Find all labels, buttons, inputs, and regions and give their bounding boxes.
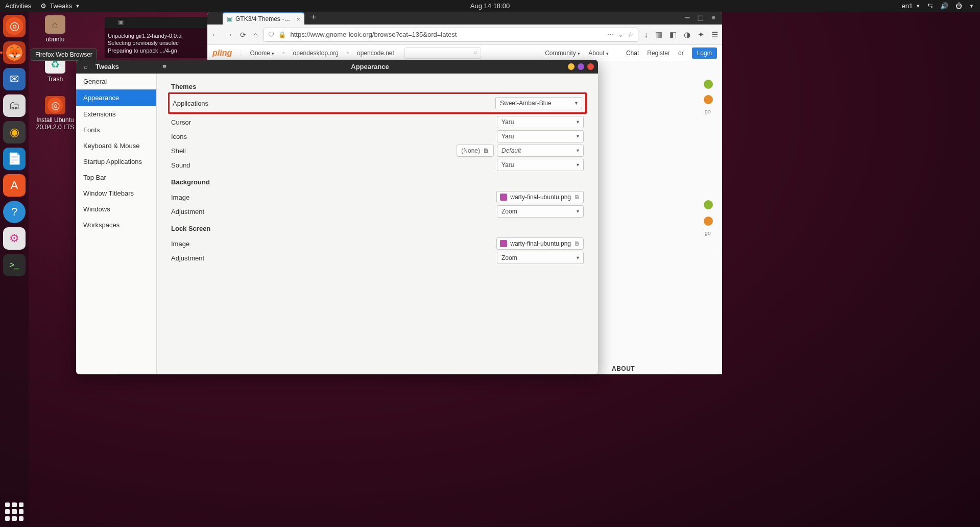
dropdown-value: Yaru [501, 118, 514, 126]
window-maximize-icon[interactable]: ◻ [697, 13, 704, 22]
menu-icon[interactable]: ☰ [711, 30, 718, 39]
dock-thunderbird-icon[interactable]: ✉ [3, 68, 26, 90]
url-text: https://www.gnome-look.org/browse?cat=13… [290, 31, 457, 38]
search-icon[interactable]: ⌕ [76, 63, 95, 70]
pocket-icon[interactable]: ⌄ [618, 31, 624, 38]
dock-help-icon[interactable]: ? [3, 201, 26, 223]
row-label-cursor: Cursor [171, 118, 497, 126]
power-icon[interactable]: ⏻ [955, 2, 962, 10]
sidebar-item-startup[interactable]: Startup Applications [76, 154, 156, 170]
dock-software-icon[interactable]: A [3, 174, 26, 197]
chevron-down-icon: ▼ [576, 119, 580, 125]
tweaks-sidebar: General Appearance Extensions Fonts Keyb… [76, 74, 157, 374]
url-bar[interactable]: 🛡 🔒 https://www.gnome-look.org/browse?ca… [264, 28, 638, 42]
sidebar-item-windows[interactable]: Windows [76, 201, 156, 217]
icons-theme-dropdown[interactable]: Yaru▼ [497, 130, 584, 142]
applications-theme-dropdown[interactable]: Sweet-Ambar-Blue▼ [495, 97, 582, 109]
window-minimize-icon[interactable] [568, 63, 575, 70]
extension-icon[interactable]: ✦ [698, 30, 704, 39]
language-indicator[interactable]: en1 ▼ [901, 2, 920, 10]
dock-app-grid-icon[interactable] [5, 502, 23, 521]
sidebar-item-keyboard[interactable]: Keyboard & Mouse [76, 138, 156, 154]
about-section: ABOUT About [612, 365, 714, 374]
row-label-applications: Applications [173, 100, 495, 107]
dropdown-value: Default [501, 147, 521, 154]
forward-icon[interactable]: → [226, 31, 233, 39]
dock-ubuntu-icon[interactable]: ◎ [3, 15, 26, 37]
dock-tweaks-icon[interactable]: ⚙ [3, 227, 26, 250]
site-menu-community[interactable]: Community ▾ [545, 50, 580, 57]
dock-terminal-icon[interactable]: >_ [3, 254, 26, 276]
site-login-button[interactable]: Login [692, 47, 717, 59]
bookmark-star-icon[interactable]: ☆ [628, 31, 634, 38]
extension-icon[interactable]: ◑ [684, 30, 690, 39]
cursor-theme-dropdown[interactable]: Yaru▼ [497, 116, 584, 128]
new-tab-button[interactable]: ＋ [309, 12, 318, 22]
browser-tab[interactable]: ▣ GTK3/4 Themes - Gnome × [223, 12, 304, 25]
topbar-app-menu[interactable]: ⚙ Tweaks ▼ [40, 2, 80, 10]
background-adjustment-dropdown[interactable]: Zoom▼ [497, 205, 584, 218]
image-thumb-icon [500, 194, 507, 201]
dock-files-icon[interactable]: 🗂 [3, 94, 26, 117]
sidebar-item-workspaces[interactable]: Workspaces [76, 217, 156, 233]
site-register-link[interactable]: Register [647, 50, 670, 57]
dropdown-value: Yaru [501, 133, 514, 140]
chevron-down-icon: ▼ [576, 134, 580, 139]
lockscreen-adjustment-dropdown[interactable]: Zoom▼ [497, 252, 584, 264]
site-menu-gnome[interactable]: Gnome ▾ [250, 50, 275, 57]
shell-file-button[interactable]: (None)🗎 [457, 145, 494, 157]
chevron-down-icon: ▼ [75, 4, 80, 9]
lockscreen-image-button[interactable]: warty-final-ubuntu.png🗎 [496, 237, 584, 250]
pling-logo[interactable]: pling [212, 49, 232, 58]
sidebar-icon[interactable]: ◧ [670, 30, 677, 39]
tab-close-icon[interactable]: × [296, 15, 300, 23]
hamburger-icon[interactable]: ≡ [157, 63, 172, 70]
downloads-icon[interactable]: ↓ [644, 30, 649, 39]
desktop-install-icon[interactable]: ◎Install Ubuntu 20.04.2.0 LTS [35, 96, 76, 131]
window-close-icon[interactable] [587, 63, 594, 70]
library-icon[interactable]: ▥ [655, 30, 662, 39]
background-image-button[interactable]: warty-final-ubuntu.png🗎 [496, 191, 584, 203]
chevron-down-icon: ▼ [916, 4, 920, 9]
clock[interactable]: Aug 14 18:00 [470, 2, 510, 10]
dock-rhythmbox-icon[interactable]: ◉ [3, 121, 26, 143]
reload-icon[interactable]: ⟳ [240, 31, 246, 39]
dropdown-value: Zoom [501, 254, 517, 261]
sidebar-item-general[interactable]: General [76, 74, 156, 89]
section-themes: Themes [171, 83, 584, 90]
desktop-home-label: ubuntu [35, 36, 76, 43]
site-search-input[interactable] [404, 47, 481, 59]
file-name: warty-final-ubuntu.png [510, 194, 571, 201]
system-menu-chevron-icon[interactable]: ▼ [969, 4, 974, 9]
desktop-home-icon[interactable]: ⌂ubuntu [35, 15, 76, 43]
site-favicon-icon: ▣ [227, 15, 232, 22]
site-link-opendesktop[interactable]: opendesktop.org [293, 50, 338, 57]
dock-firefox-icon[interactable]: 🦊 [3, 41, 26, 64]
sidebar-item-fonts[interactable]: Fonts [76, 122, 156, 138]
site-link-opencode[interactable]: opencode.net [357, 50, 394, 57]
sidebar-item-appearance[interactable]: Appearance [76, 89, 156, 106]
network-icon[interactable]: ⇆ [927, 2, 933, 10]
window-maximize-icon[interactable] [578, 63, 584, 70]
section-background: Background [171, 178, 584, 186]
shield-icon[interactable]: 🛡 [268, 31, 274, 38]
tweaks-content: Themes Applications Sweet-Ambar-Blue▼ Cu… [157, 74, 598, 374]
dock-writer-icon[interactable]: 📄 [3, 148, 26, 170]
sidebar-item-titlebars[interactable]: Window Titlebars [76, 185, 156, 201]
site-chat-button[interactable]: Chat [617, 50, 639, 57]
sound-theme-dropdown[interactable]: Yaru▼ [497, 159, 584, 171]
window-close-icon[interactable]: ● [711, 13, 716, 22]
sidebar-item-extensions[interactable]: Extensions [76, 106, 156, 122]
volume-icon[interactable]: 🔊 [940, 2, 948, 10]
activities-button[interactable]: Activities [5, 2, 31, 10]
window-minimize-icon[interactable]: ━ [685, 13, 690, 22]
firefox-toolbar: ← → ⟳ ⌂ 🛡 🔒 https://www.gnome-look.org/b… [207, 25, 722, 45]
site-menu-about[interactable]: About ▾ [588, 50, 609, 57]
row-label-bg-image: Image [171, 194, 496, 201]
row-label-ls-image: Image [171, 240, 496, 248]
back-icon[interactable]: ← [211, 31, 219, 39]
home-icon[interactable]: ⌂ [253, 31, 257, 39]
shell-theme-dropdown[interactable]: Default▼ [497, 145, 584, 157]
sidebar-item-topbar[interactable]: Top Bar [76, 170, 156, 185]
page-actions-icon[interactable]: ⋯ [607, 31, 614, 38]
